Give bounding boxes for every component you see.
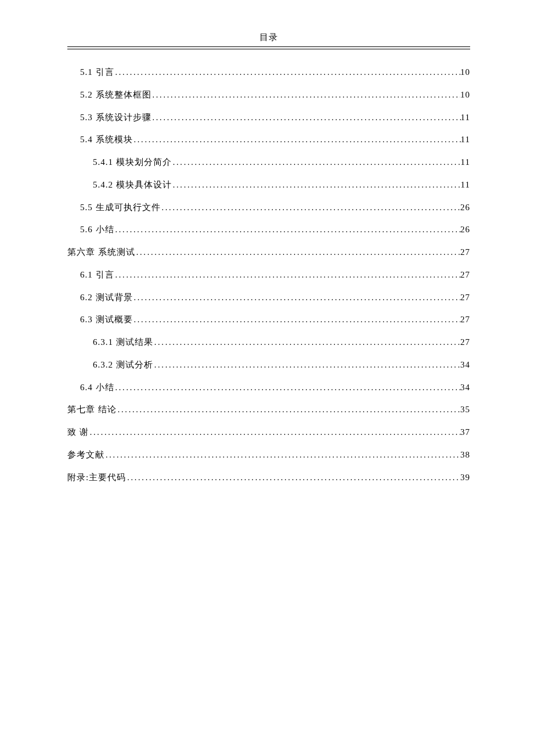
toc-entry-page: 11	[461, 156, 470, 169]
header-title: 目录	[259, 33, 278, 42]
toc-entry-label: 5.4.2 模块具体设计	[93, 178, 172, 192]
toc-entry-page: 27	[460, 246, 470, 259]
toc-entry: 附录:主要代码39	[67, 471, 470, 484]
toc-leader-dots	[153, 359, 460, 372]
toc-entry-label: 5.2 系统整体框图	[80, 88, 151, 102]
toc-entry: 6.4 小结34	[67, 381, 470, 394]
toc-entry: 5.5 生成可执行文件26	[67, 201, 470, 214]
toc-entry-page: 35	[460, 403, 470, 416]
document-page: 目录 5.1 引言105.2 系统整体框图105.3 系统设计步骤115.4 系…	[0, 0, 534, 484]
toc-entry: 5.3 系统设计步骤11	[67, 111, 470, 124]
toc-entry-page: 34	[460, 381, 470, 394]
toc-leader-dots	[133, 291, 461, 304]
toc-leader-dots	[153, 336, 460, 349]
toc-leader-dots	[133, 314, 461, 326]
toc-entry-page: 39	[460, 471, 470, 484]
toc-entry-label: 5.4 系统模块	[80, 133, 133, 146]
toc-leader-dots	[172, 179, 461, 192]
toc-entry-page: 11	[461, 178, 470, 192]
toc-leader-dots	[114, 224, 461, 236]
toc-entry: 6.3 测试概要27	[67, 313, 470, 326]
toc-entry: 5.4.2 模块具体设计11	[67, 178, 470, 192]
toc-leader-dots	[126, 471, 460, 484]
toc-entry-label: 致 谢	[67, 426, 89, 439]
toc-entry-page: 34	[460, 358, 470, 372]
toc-entry-page: 38	[460, 448, 470, 462]
toc-entry-page: 26	[460, 201, 470, 214]
toc-entry-label: 6.2 测试背景	[80, 291, 133, 304]
header-rule	[67, 49, 470, 49]
toc-leader-dots	[114, 269, 461, 282]
toc-entry: 5.6 小结26	[67, 223, 470, 236]
toc-entry-label: 6.4 小结	[80, 381, 114, 394]
toc-entry: 5.2 系统整体框图10	[67, 88, 470, 102]
toc-leader-dots	[104, 449, 460, 462]
toc-leader-dots	[151, 89, 461, 102]
toc-leader-dots	[172, 156, 461, 169]
toc-leader-dots	[133, 134, 461, 146]
toc-entry-label: 第六章 系统测试	[67, 246, 135, 259]
toc-entry-label: 6.1 引言	[80, 268, 114, 282]
toc-entry-label: 5.1 引言	[80, 66, 114, 79]
toc-entry-label: 参考文献	[67, 448, 104, 462]
toc-entry-label: 5.6 小结	[80, 223, 114, 236]
toc-entry: 第七章 结论35	[67, 403, 470, 416]
toc-entry: 第六章 系统测试27	[67, 246, 470, 259]
toc-entry-page: 37	[460, 426, 470, 439]
toc-entry-page: 26	[460, 223, 470, 236]
toc-entry-page: 27	[460, 268, 470, 282]
page-header: 目录	[67, 32, 470, 47]
toc-entry: 5.4.1 模块划分简介11	[67, 156, 470, 169]
toc-entry-label: 附录:主要代码	[67, 471, 126, 484]
toc-entry-page: 27	[460, 313, 470, 326]
toc-entry-page: 10	[460, 88, 470, 102]
toc-entry-label: 5.5 生成可执行文件	[80, 201, 161, 214]
toc-leader-dots	[161, 201, 461, 214]
table-of-contents: 5.1 引言105.2 系统整体框图105.3 系统设计步骤115.4 系统模块…	[67, 66, 470, 484]
toc-entry-label: 6.3.1 测试结果	[93, 336, 153, 349]
toc-entry-page: 11	[461, 111, 470, 124]
toc-entry-page: 27	[460, 291, 470, 304]
toc-leader-dots	[151, 111, 461, 124]
toc-entry: 5.4 系统模块11	[67, 133, 470, 146]
toc-entry-label: 第七章 结论	[67, 403, 117, 416]
toc-leader-dots	[135, 246, 460, 259]
toc-entry-label: 5.4.1 模块划分简介	[93, 156, 172, 169]
toc-leader-dots	[114, 381, 461, 394]
toc-leader-dots	[89, 426, 460, 439]
toc-leader-dots	[114, 66, 461, 79]
toc-entry-label: 5.3 系统设计步骤	[80, 111, 151, 124]
toc-entry: 6.1 引言27	[67, 268, 470, 282]
toc-entry: 参考文献38	[67, 448, 470, 462]
toc-leader-dots	[117, 404, 460, 416]
toc-entry-label: 6.3.2 测试分析	[93, 358, 153, 372]
toc-entry-page: 10	[460, 66, 470, 79]
toc-entry: 6.3.1 测试结果27	[67, 336, 470, 349]
toc-entry: 6.3.2 测试分析34	[67, 358, 470, 372]
toc-entry: 5.1 引言10	[67, 66, 470, 79]
toc-entry-page: 27	[460, 336, 470, 349]
toc-entry: 致 谢37	[67, 426, 470, 439]
toc-entry-label: 6.3 测试概要	[80, 313, 133, 326]
toc-entry: 6.2 测试背景27	[67, 291, 470, 304]
toc-entry-page: 11	[461, 133, 470, 146]
